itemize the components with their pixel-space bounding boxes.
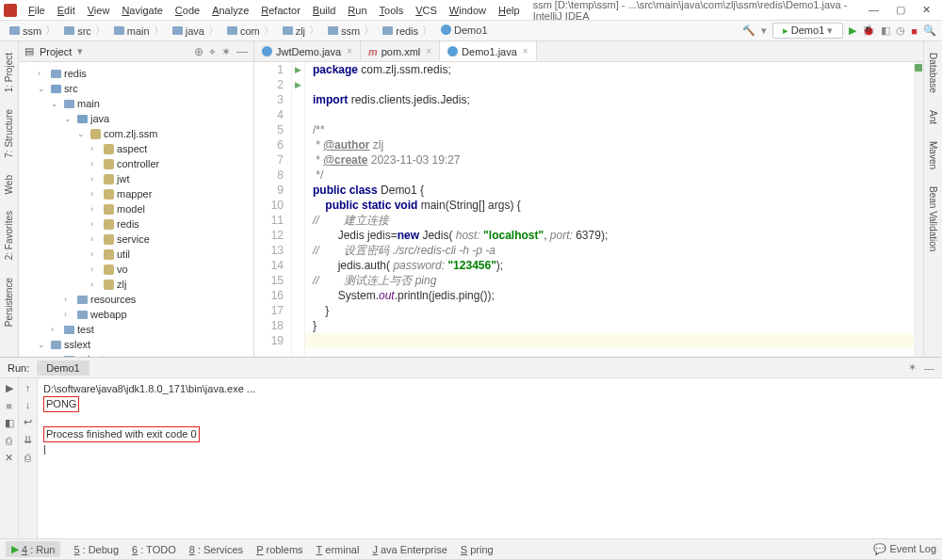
minimize-icon[interactable]: — <box>869 4 879 16</box>
menu-navigate[interactable]: Navigate <box>116 3 168 18</box>
close-tab-icon[interactable]: × <box>523 46 528 56</box>
bottom-tab[interactable]: Java Enterprise <box>372 544 447 555</box>
breadcrumb-item[interactable]: redis 〉 <box>379 23 437 39</box>
tree-node[interactable]: ›zlj <box>19 277 253 292</box>
menu-window[interactable]: Window <box>444 3 492 18</box>
menu-view[interactable]: View <box>82 3 116 18</box>
run-icon[interactable]: ▶ <box>849 24 856 37</box>
tree-node[interactable]: ⌄main <box>19 96 253 111</box>
right-stripe-tab[interactable]: Database <box>927 49 939 97</box>
tree-node[interactable]: ›resources <box>19 292 253 307</box>
breadcrumb-item[interactable]: com 〉 <box>223 23 279 39</box>
run-settings-icon[interactable]: ✶ <box>908 361 917 374</box>
left-stripe-tab[interactable]: Persistence <box>3 274 15 330</box>
tree-node[interactable]: ›sslext <box>19 352 253 357</box>
tree-node[interactable]: ›test <box>19 322 253 337</box>
bottom-tab[interactable]: Terminal <box>317 544 360 555</box>
tree-node[interactable]: ›model <box>19 201 253 216</box>
bottom-tab[interactable]: Problems <box>256 544 302 555</box>
left-stripe-tab[interactable]: 7: Structure <box>3 105 15 162</box>
editor-tab[interactable]: JwtDemo.java× <box>254 41 361 61</box>
editor-tab[interactable]: mpom.xml× <box>361 41 440 61</box>
breadcrumb-item[interactable]: ssm 〉 <box>6 23 60 39</box>
pin-icon[interactable]: ⎙ <box>6 435 12 446</box>
menu-edit[interactable]: Edit <box>52 3 81 18</box>
run-config-selector[interactable]: ▸ Demo1 ▾ <box>772 23 844 39</box>
stop-icon[interactable]: ■ <box>6 400 12 411</box>
chevron-down-icon[interactable]: ▾ <box>761 24 767 37</box>
tree-node[interactable]: ›webapp <box>19 307 253 322</box>
event-log-tab[interactable]: 💬 Event Log <box>873 543 936 555</box>
run-tab[interactable]: Demo1 <box>37 360 89 376</box>
close-icon[interactable]: ✕ <box>922 4 931 16</box>
bottom-tab[interactable]: ▶ 4: Run <box>6 541 60 557</box>
tree-node[interactable]: ›aspect <box>19 141 253 156</box>
breadcrumb-item[interactable]: src 〉 <box>60 23 110 39</box>
close-tab-icon[interactable]: × <box>426 46 431 56</box>
run-hide-icon[interactable]: — <box>924 362 934 374</box>
breadcrumb-item[interactable]: java 〉 <box>169 23 223 39</box>
breadcrumb-item[interactable]: ssm 〉 <box>324 23 379 39</box>
breadcrumb-item[interactable]: Demo1 <box>437 24 491 37</box>
tree-node[interactable]: ›vo <box>19 262 253 277</box>
coverage-icon[interactable]: ◧ <box>881 24 890 37</box>
tree-node[interactable]: ⌄com.zlj.ssm <box>19 126 253 141</box>
left-stripe-tab[interactable]: Web <box>3 171 15 198</box>
breadcrumb-item[interactable]: main 〉 <box>110 23 169 39</box>
bottom-tab[interactable]: Spring <box>461 544 494 555</box>
menu-vcs[interactable]: VCS <box>410 3 443 18</box>
tree-node[interactable]: ⌄sslext <box>19 337 253 352</box>
bottom-tab[interactable]: 8: Services <box>189 544 243 555</box>
right-tool-stripe: DatabaseAntMavenBean Validation <box>923 41 942 357</box>
close-tab-icon[interactable]: ✕ <box>5 452 13 464</box>
menu-build[interactable]: Build <box>307 3 341 18</box>
tree-node[interactable]: ›util <box>19 247 253 262</box>
left-stripe-tab[interactable]: 1: Project <box>3 49 15 96</box>
scroll-icon[interactable]: ⇊ <box>24 434 32 446</box>
breadcrumb-item[interactable]: zlj 〉 <box>279 23 324 39</box>
tree-node[interactable]: ›mapper <box>19 186 253 201</box>
right-stripe-tab[interactable]: Ant <box>927 106 939 128</box>
maximize-icon[interactable]: ▢ <box>896 4 905 16</box>
tree-node[interactable]: ›controller <box>19 156 253 171</box>
tree-node[interactable]: ›jwt <box>19 171 253 186</box>
menu-file[interactable]: File <box>23 3 51 18</box>
editor-tab[interactable]: Demo1.java× <box>440 41 537 61</box>
project-tree[interactable]: ›redis⌄src⌄main⌄java⌄com.zlj.ssm›aspect›… <box>19 62 253 357</box>
menu-code[interactable]: Code <box>170 3 205 18</box>
build-icon[interactable]: 🔨 <box>742 24 755 37</box>
error-stripe[interactable] <box>914 62 923 357</box>
tree-node[interactable]: ›redis <box>19 66 253 81</box>
settings-icon[interactable]: ✶ <box>221 45 231 58</box>
rerun-icon[interactable]: ▶ <box>6 382 13 394</box>
menu-help[interactable]: Help <box>493 3 526 18</box>
code-area[interactable]: package com.zlj.ssm.redis; import redis.… <box>305 62 914 357</box>
right-stripe-tab[interactable]: Maven <box>927 137 939 173</box>
profile-icon[interactable]: ◷ <box>896 24 905 37</box>
up-icon[interactable]: ↑ <box>25 382 31 393</box>
left-stripe-tab[interactable]: 2: Favorites <box>3 207 15 264</box>
print-icon[interactable]: ⎙ <box>24 452 31 463</box>
select-opened-icon[interactable]: ⌖ <box>209 45 216 58</box>
search-icon[interactable]: 🔍 <box>923 24 936 37</box>
stop-icon[interactable]: ■ <box>911 25 918 37</box>
menu-refactor[interactable]: Refactor <box>255 3 306 18</box>
close-tab-icon[interactable]: × <box>347 46 352 56</box>
console-output[interactable]: D:\software\java8\jdk1.8.0_171\bin\java.… <box>38 378 942 538</box>
debug-icon[interactable]: 🐞 <box>862 24 875 37</box>
right-stripe-tab[interactable]: Bean Validation <box>927 183 939 255</box>
tree-node[interactable]: ›redis <box>19 216 253 232</box>
menu-tools[interactable]: Tools <box>374 3 410 18</box>
tree-node[interactable]: ⌄src <box>19 81 253 96</box>
layout-icon[interactable]: ◧ <box>5 417 14 429</box>
tree-node[interactable]: ⌄java <box>19 111 253 126</box>
menu-run[interactable]: Run <box>342 3 372 18</box>
tree-node[interactable]: ›service <box>19 232 253 247</box>
down-icon[interactable]: ↓ <box>25 399 31 410</box>
wrap-icon[interactable]: ↩ <box>24 416 32 428</box>
bottom-tab[interactable]: 6: TODO <box>132 544 176 555</box>
menu-analyze[interactable]: Analyze <box>206 3 254 18</box>
hide-icon[interactable]: — <box>236 45 248 58</box>
bottom-tab[interactable]: 5: Debug <box>73 544 119 555</box>
collapse-icon[interactable]: ⊕ <box>194 45 203 58</box>
